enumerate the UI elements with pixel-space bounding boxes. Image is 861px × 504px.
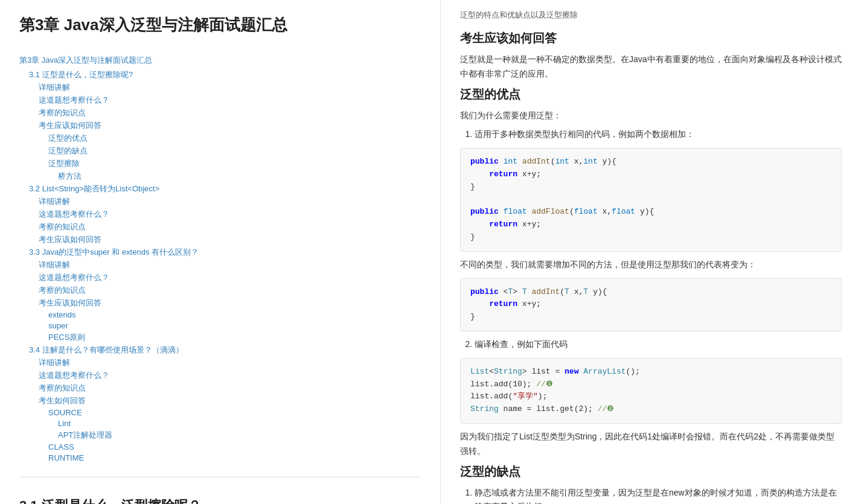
left-panel: 第3章 Java深入泛型与注解面试题汇总 第3章 Java深入泛型与注解面试题汇… [0,0,441,504]
toc-item[interactable]: 3.2 List<String>能否转为List<Object> [29,183,421,194]
table-of-contents: 第3章 Java深入泛型与注解面试题汇总 3.1 泛型是什么，泛型擦除呢?详细讲… [19,55,421,462]
toc-item[interactable]: 这道题想考察什么？ [39,209,421,220]
toc-item[interactable]: super [48,321,421,330]
toc-items: 3.1 泛型是什么，泛型擦除呢?详细讲解这道题想考察什么？考察的知识点考生应该如… [19,69,421,462]
right-panel: 泛型的特点和优缺点以及泛型擦除 考生应该如何回答 泛型就是一种就是一种不确定的数… [441,0,861,504]
toc-item[interactable]: 考生应该如何回答 [39,120,421,131]
toc-item[interactable]: 考察的知识点 [39,383,421,394]
toc-item[interactable]: PECS原则 [48,332,421,343]
toc-item[interactable]: 泛型的缺点 [48,145,421,156]
toc-item[interactable]: 泛型的优点 [48,133,421,144]
code-block-1: public int addInt(int x,int y){ return x… [460,148,842,252]
toc-item[interactable]: CLASS [48,442,421,451]
generics-list: 适用于多种数据类型执行相同的代码，例如两个数据相加： [475,127,842,142]
toc-item[interactable]: Lint [58,419,421,428]
different-types-text: 不同的类型，我们就需要增加不同的方法，但是使用泛型那我们的代表将变为： [460,258,842,272]
toc-item[interactable]: 桥方法 [58,171,421,182]
after-code3-text: 因为我们指定了List泛型类型为String，因此在代码1处编译时会报错。而在代… [460,430,842,459]
how-to-answer-title: 考生应该如何回答 [460,30,842,46]
disadvantages-list: 静态域或者方法里不能引用泛型变量，因为泛型是在new对象的时候才知道，而类的构造… [475,486,842,504]
generics-why-text: 我们为什么需要使用泛型： [460,109,842,123]
section-divider [19,477,421,477]
generics-disadvantages-title: 泛型的缺点 [460,464,842,480]
toc-item[interactable]: 泛型擦除 [48,158,421,169]
toc-item[interactable]: SOURCE [48,408,421,417]
generics-list-2: 编译检查，例如下面代码 [475,337,842,352]
toc-item[interactable]: extends [48,310,421,319]
code-block-3: List<String> list = new ArrayList(); lis… [460,358,842,424]
toc-item[interactable]: 详细讲解 [39,357,421,368]
code-block-2: public <T> T addInt(T x,T y){ return x+y… [460,278,842,331]
right-intro: 泛型的特点和优缺点以及泛型擦除 [460,10,842,21]
toc-item[interactable]: 考察的知识点 [39,285,421,296]
toc-item[interactable]: 3.4 注解是什么？有哪些使用场景？（滴滴） [29,345,421,356]
section-31-title: 3.1 泛型是什么，泛型擦除呢？ [19,497,421,504]
toc-item[interactable]: 这道题想考察什么？ [39,272,421,283]
page-title: 第3章 Java深入泛型与注解面试题汇总 [19,14,421,43]
generics-advantages-title: 泛型的优点 [460,86,842,103]
list-item-1: 适用于多种数据类型执行相同的代码，例如两个数据相加： [475,127,842,142]
toc-item[interactable]: 考察的知识点 [39,107,421,118]
toc-item[interactable]: 详细讲解 [39,82,421,93]
disadvantage-item-1: 静态域或者方法里不能引用泛型变量，因为泛型是在new对象的时候才知道，而类的构造… [475,486,842,504]
toc-item[interactable]: 考生应该如何回答 [39,298,421,308]
toc-item[interactable]: 3.3 Java的泛型中super 和 extends 有什么区别？ [29,247,421,258]
toc-item[interactable]: 详细讲解 [39,260,421,270]
toc-item[interactable]: 3.1 泛型是什么，泛型擦除呢? [29,69,421,80]
toc-item[interactable]: 考生如何回答 [39,395,421,406]
toc-item[interactable]: 考生应该如何回答 [39,234,421,245]
toc-item[interactable]: RUNTIME [48,453,421,462]
list-item-2: 编译检查，例如下面代码 [475,337,842,352]
toc-main-title[interactable]: 第3章 Java深入泛型与注解面试题汇总 [19,55,421,66]
toc-item[interactable]: APT注解处理器 [58,430,421,441]
toc-item[interactable]: 详细讲解 [39,196,421,207]
toc-item[interactable]: 考察的知识点 [39,222,421,232]
how-to-answer-text: 泛型就是一种就是一种不确定的数据类型。在Java中有着重要的地位，在面向对象编程… [460,53,842,81]
toc-item[interactable]: 这道题想考察什么？ [39,95,421,106]
toc-item[interactable]: 这道题想考察什么？ [39,370,421,381]
